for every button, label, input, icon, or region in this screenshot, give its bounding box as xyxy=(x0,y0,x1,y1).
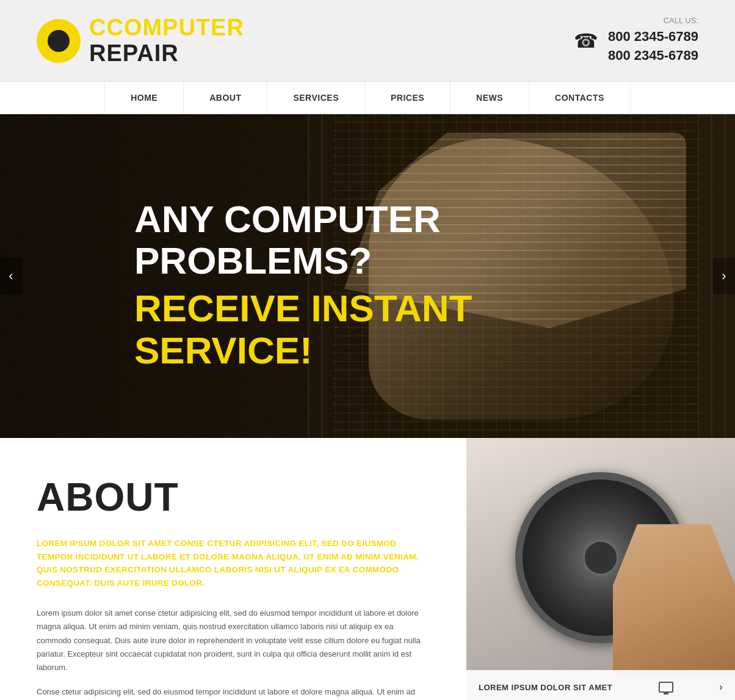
service-arrow-1: › xyxy=(719,682,723,693)
logo-circle-inner xyxy=(48,30,70,52)
nav-item-about[interactable]: ABOUT xyxy=(184,82,267,114)
logo-text: CCOMPUTER REPAIR xyxy=(89,15,244,67)
fan-center xyxy=(582,539,619,576)
nav-item-home[interactable]: HOME xyxy=(104,82,184,114)
about-tagline: LOREM IPSUM DOLOR SIT AMET CONSE CTETUR … xyxy=(37,537,430,589)
nav-item-news[interactable]: NEWS xyxy=(451,82,529,114)
about-right-panel: LOREM IPSUM DOLOR SIT AMET › CONSE CTETU… xyxy=(466,438,735,700)
logo[interactable]: CCOMPUTER REPAIR xyxy=(37,15,244,67)
nav-link-services[interactable]: SERVICES xyxy=(267,82,365,114)
nav-link-prices[interactable]: PRICES xyxy=(365,82,451,114)
logo-line1: CCOMPUTER xyxy=(89,15,244,41)
service-item-1[interactable]: LOREM IPSUM DOLOR SIT AMET › xyxy=(466,670,735,700)
nav-link-home[interactable]: HOME xyxy=(104,82,184,114)
phone2: 800 2345-6789 xyxy=(608,46,698,65)
service-list: LOREM IPSUM DOLOR SIT AMET › CONSE CTETU… xyxy=(466,670,735,700)
nav-link-contacts[interactable]: CONTACTS xyxy=(529,82,631,114)
nav-item-prices[interactable]: PRICES xyxy=(365,82,451,114)
phone-numbers: 800 2345-6789 800 2345-6789 xyxy=(608,27,698,65)
hero-headline: ANY COMPUTER PROBLEMS? xyxy=(134,199,472,282)
nav-item-contacts[interactable]: CONTACTS xyxy=(529,82,631,114)
monitor-shape xyxy=(659,682,673,693)
hero-content: ANY COMPUTER PROBLEMS? RECEIVE INSTANT S… xyxy=(134,199,472,371)
main-nav: HOME ABOUT SERVICES PRICES NEWS CONTACTS xyxy=(0,81,735,114)
contact-info: ☎ CALL US: 800 2345-6789 800 2345-6789 xyxy=(574,16,698,65)
about-title: ABOUT xyxy=(37,475,430,520)
nav-item-services[interactable]: SERVICES xyxy=(267,82,365,114)
phone-icon: ☎ xyxy=(574,29,598,53)
hero-subheadline: RECEIVE INSTANT SERVICE! xyxy=(134,288,472,371)
site-header: CCOMPUTER REPAIR ☎ CALL US: 800 2345-678… xyxy=(0,0,735,81)
nav-link-about[interactable]: ABOUT xyxy=(184,82,267,114)
monitor-icon-1 xyxy=(656,680,676,695)
call-us-label: CALL US: xyxy=(608,16,698,25)
logo-line2: REPAIR xyxy=(89,41,244,67)
nav-list: HOME ABOUT SERVICES PRICES NEWS CONTACTS xyxy=(0,82,735,114)
nav-link-news[interactable]: NEWS xyxy=(451,82,529,114)
logo-circle xyxy=(37,19,81,63)
slider-prev-button[interactable]: ‹ xyxy=(0,258,22,294)
slider-next-button[interactable]: › xyxy=(713,258,735,294)
about-left-panel: ABOUT LOREM IPSUM DOLOR SIT AMET CONSE C… xyxy=(0,438,466,700)
about-section: ABOUT LOREM IPSUM DOLOR SIT AMET CONSE C… xyxy=(0,438,735,700)
hand-image xyxy=(613,524,735,677)
about-paragraph2: Conse ctetur adipisicing elit, sed do ei… xyxy=(37,685,430,700)
logo-highlight: C xyxy=(89,15,106,40)
hero-slider: ANY COMPUTER PROBLEMS? RECEIVE INSTANT S… xyxy=(0,114,735,438)
about-paragraph1: Lorem ipsum dolor sit amet conse ctetur … xyxy=(37,607,430,674)
fan-image-area xyxy=(466,438,735,677)
service-label-1: LOREM IPSUM DOLOR SIT AMET xyxy=(479,683,612,692)
phone1: 800 2345-6789 xyxy=(608,27,698,46)
phone-block: CALL US: 800 2345-6789 800 2345-6789 xyxy=(608,16,698,65)
